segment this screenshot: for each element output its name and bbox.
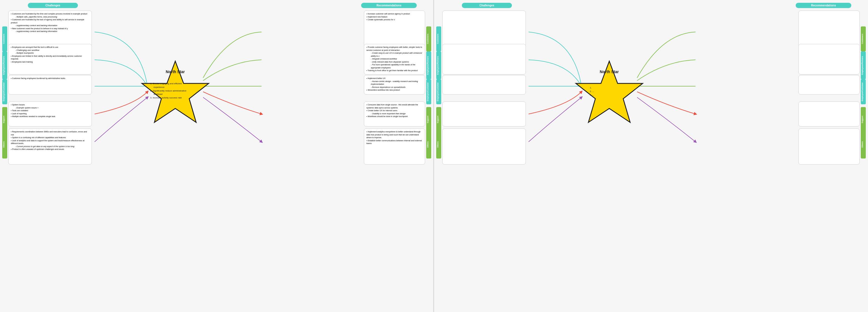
label-others-right-right: Others — [861, 131, 866, 158]
rec-others-left: • Implement analytics everywhere to bett… — [364, 128, 425, 165]
north-star-points-right: 1. 2. ... 3. ... — [590, 86, 594, 97]
label-support-left: Support — [2, 107, 7, 132]
rec-emp-cust-right — [799, 75, 860, 95]
label-support-right-right: Support — [861, 107, 866, 132]
challenge-employees-right — [442, 44, 526, 74]
label-emp-cust-right-right: Employee/Customer — [861, 79, 866, 104]
challenge-emp-cust-left: • Customer facing employees burdened by … — [8, 75, 92, 95]
label-emp-cust-right-left: Employee/Customer — [436, 79, 441, 104]
rec-support-right — [799, 101, 860, 127]
right-challenges-header: Challenges — [462, 3, 512, 8]
rec-emp-cust-left: • Implement better UX - Human-centric de… — [364, 75, 425, 95]
label-employees-right-right: Employees/Partners — [861, 52, 866, 79]
rec-others-right — [799, 128, 860, 165]
rec-customers-left: • Increase customer self-service agency … — [364, 10, 425, 47]
challenge-customers-left: • Customers are frustrated by the time a… — [8, 10, 92, 47]
north-star-points-left: 1. Create engaging and efficient experie… — [150, 82, 186, 100]
rec-customers-right — [799, 10, 860, 47]
right-recommendations-header: Recommendations — [796, 3, 851, 8]
label-others-right: Others — [426, 131, 431, 158]
label-support-right: Support — [426, 107, 431, 132]
label-customers-right: Customers — [426, 26, 431, 52]
label-employees-right-left: Employees/Partners — [436, 52, 441, 79]
label-customers-right-right: Customers — [861, 26, 866, 52]
label-others-left: Others — [2, 131, 7, 158]
challenge-emp-cust-right — [442, 75, 526, 95]
north-star-left: North Star 1. Create engaging and effici… — [128, 58, 223, 125]
left-recommendations-header: Recommendations — [361, 3, 417, 8]
left-panel: Challenges Recommendations Customers Emp… — [0, 0, 434, 312]
rec-employees-left: • Provide customer facing employees with… — [364, 44, 425, 74]
challenge-support-right — [442, 101, 526, 127]
challenge-support-left: • System Issues - Example system issues … — [8, 101, 92, 127]
left-challenges-header: Challenges — [28, 3, 78, 8]
label-customers-left: Customers — [2, 26, 7, 52]
label-customers-right-left: Customers — [436, 26, 441, 52]
north-star-right: North Star 1. 2. ... 3. ... — [562, 58, 657, 125]
label-emp-cust-left: Employee/Customer — [2, 79, 7, 104]
label-employees-right: Employees/Partners — [426, 52, 431, 79]
label-emp-cust-right: Employee/Customer — [426, 79, 431, 104]
challenge-employees-left: • Employees are annoyed that the tool is… — [8, 44, 92, 74]
label-employees-left: Employees/Partners — [2, 52, 7, 79]
label-support-right-left: Support — [436, 107, 441, 132]
north-star-title-right: North Star — [562, 69, 657, 74]
challenge-others-right — [442, 128, 526, 165]
challenge-others-left: • Requirements coordination between SMEs… — [8, 128, 92, 165]
rec-employees-right — [799, 44, 860, 74]
right-panel: Challenges Recommendations Customers Emp… — [434, 0, 868, 312]
north-star-title-left: North Star — [128, 69, 223, 74]
label-others-right-left: Others — [436, 131, 441, 158]
challenge-customers-right — [442, 10, 526, 47]
rec-support-left: • Consume data from single source - this… — [364, 101, 425, 127]
